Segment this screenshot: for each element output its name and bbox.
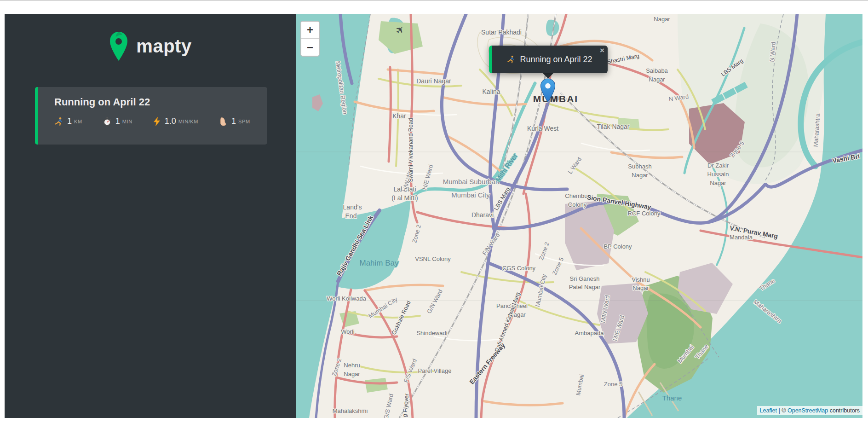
map-place-label: BP Colony [604, 243, 632, 250]
stat-duration-value: 1 [115, 116, 120, 126]
map-place-label: Mahalakshmi [333, 407, 368, 414]
map-place-label: Parel Village [418, 367, 452, 374]
foot-icon [218, 117, 228, 126]
zoom-in-button[interactable]: + [301, 22, 319, 39]
map-place-label: Nagar [654, 16, 670, 23]
map-place-label: CGS Colony [502, 265, 536, 272]
stat-pace-value: 1.0 [165, 116, 176, 126]
map-place-label: Hussain [707, 171, 729, 178]
map-place-label: Dr Zakir [707, 162, 729, 169]
workout-title: Running on April 22 [54, 96, 255, 108]
map-place-label: Chembur [565, 192, 590, 199]
workout-marker[interactable] [540, 78, 556, 105]
stat-duration: 1 MIN [103, 116, 132, 126]
map-admin-label: Zone 5 [604, 381, 622, 388]
stat-cadence-unit: SPM [238, 119, 250, 124]
stat-cadence: 1 SPM [218, 116, 250, 126]
workout-popup: Running on April 22 × [489, 46, 608, 73]
zoom-out-button[interactable]: − [301, 39, 319, 56]
map-place-label: Kalina [483, 88, 500, 95]
mapty-app: mapty Running on April 22 1 KM [5, 14, 862, 418]
map-place-label: (Lal Mitti) [391, 194, 418, 202]
popup-close-button[interactable]: × [600, 46, 604, 54]
map-place-label: Shindewadi [416, 330, 447, 336]
workout-card[interactable]: Running on April 22 1 KM [35, 87, 267, 145]
top-divider [0, 0, 868, 1]
map-place-label: Dauri Nagar [416, 77, 451, 85]
map-place-label: Tilak Nagar [597, 123, 629, 130]
map-admin-label: Mumbai Suburban [443, 178, 500, 186]
bolt-icon [153, 117, 161, 126]
runner-icon [54, 117, 63, 126]
map-place-label: Nagar [344, 371, 360, 377]
leaflet-link[interactable]: Leaflet [760, 407, 777, 414]
stat-pace-unit: MIN/KM [178, 119, 198, 124]
map-place-label: Khar [392, 112, 406, 120]
map-place-label: Vishnu [632, 276, 650, 283]
map-place-label: Nehru [344, 362, 360, 369]
app-logo-text: mapty [136, 36, 191, 57]
stat-distance-value: 1 [67, 116, 72, 126]
attribution-separator: | [779, 407, 780, 414]
app-logo: mapty [5, 25, 296, 67]
attribution-copyright: © [782, 407, 786, 414]
map-place-label: Patel Nagar [569, 284, 601, 290]
map-place-label: Colony [568, 201, 587, 208]
map-attribution: Leaflet | © OpenStreetMap contributors [757, 406, 863, 415]
map-place-label: Worli Koliwada [327, 295, 367, 302]
map-pin-icon [109, 31, 129, 61]
map-place-label: Land's [343, 203, 362, 211]
map-place-label: Sutar Pakhadi [481, 29, 522, 36]
attribution-suffix: contributors [830, 407, 860, 414]
stat-distance-unit: KM [74, 119, 82, 124]
stat-distance: 1 KM [54, 116, 82, 126]
map-place-label: Nagar [649, 76, 665, 83]
map-place-label: Nagar [632, 284, 649, 291]
map-tiles: ✈ Sutar Pakhadi Dauri Nagar Kalina Khar … [296, 14, 862, 418]
workout-stats: 1 KM 1 MIN 1.0 [54, 116, 255, 126]
map-place-label: RCF Colony [628, 210, 661, 217]
map-place-label: Dharavi [471, 211, 494, 219]
map-place-label: Nagar [632, 172, 648, 179]
map-place-label: Sri Ganesh [569, 275, 599, 282]
openstreetmap-link[interactable]: OpenStreetMap [788, 407, 828, 414]
popup-text: Running on April 22 [520, 55, 592, 64]
map-place-label: VSNL Colony [415, 255, 451, 262]
map-place-label: Nagar [710, 180, 726, 186]
map-container[interactable]: ✈ Sutar Pakhadi Dauri Nagar Kalina Khar … [296, 14, 862, 418]
zoom-control: + − [300, 21, 320, 57]
map-place-label: End [345, 212, 357, 220]
map-place-label: Subhash [628, 163, 651, 170]
map-road-label: Swami Vivekanand Road [408, 118, 414, 182]
map-water-label: Mahim Bay [359, 259, 399, 267]
map-water-label: Thane [662, 394, 682, 402]
stat-duration-unit: MIN [122, 119, 132, 124]
stat-pace: 1.0 MIN/KM [153, 116, 198, 126]
map-place-label: Saibaba [646, 67, 668, 74]
runner-icon [507, 55, 515, 64]
map-place-label: Kurla West [527, 125, 558, 132]
map-place-label: Ambapada [575, 330, 604, 336]
stopwatch-icon [103, 117, 112, 126]
stat-cadence-value: 1 [231, 116, 236, 126]
map-admin-label: Mumbai City [451, 191, 490, 199]
map-place-label: Worli [341, 328, 354, 335]
sidebar: mapty Running on April 22 1 KM [5, 14, 296, 418]
